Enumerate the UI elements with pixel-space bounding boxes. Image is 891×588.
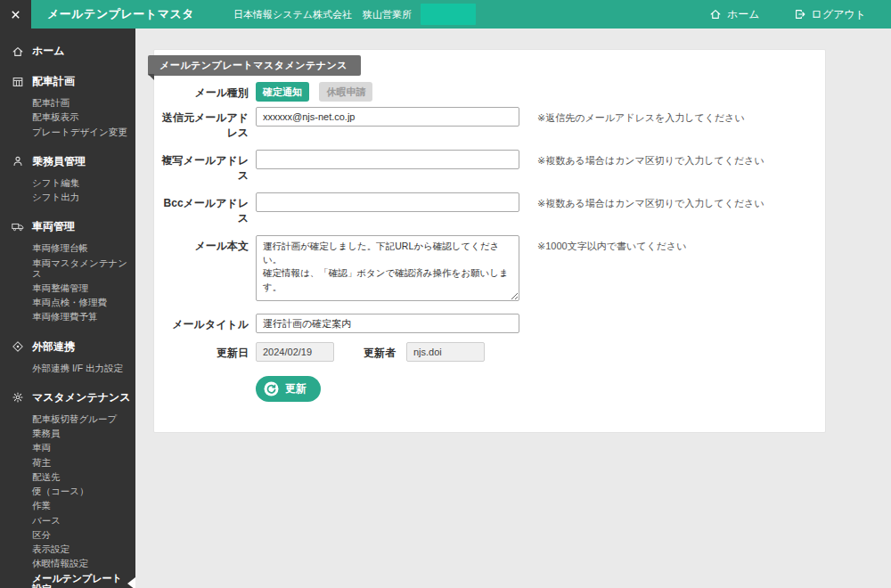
mail-body-row: メール本文 運行計画が確定しました。下記URLから確認してください。 確定情報は…: [154, 235, 825, 305]
logout-icon: [794, 8, 806, 20]
sidebar-item-vehicle[interactable]: 車両: [0, 440, 135, 454]
home-link[interactable]: ホーム: [709, 7, 760, 22]
badge-fold-corner: [148, 74, 154, 80]
mail-body-textarea[interactable]: 運行計画が確定しました。下記URLから確認してください。 確定情報は、「確認」ボ…: [256, 235, 519, 301]
page-title-badge: メールテンプレートマスタメンテナンス: [148, 55, 361, 76]
mail-body-label: メール本文: [154, 235, 249, 254]
sidebar-item-dispatch-plan[interactable]: 配車計画: [0, 95, 135, 110]
cc-address-row: 複写メールアドレス ※複数ある場合はカンマ区切りで入力してください: [154, 150, 825, 184]
updated-date-value: [256, 342, 334, 362]
update-button[interactable]: 更新: [256, 376, 321, 402]
mail-template-card: メールテンプレートマスタメンテナンス メール種別 確定通知 休暇申請 送信元メー…: [153, 49, 826, 433]
main-content: メールテンプレートマスタメンテナンス メール種別 確定通知 休暇申請 送信元メー…: [135, 29, 891, 588]
sidebar-item-vehicle-repair-budget[interactable]: 車両修理費予算: [0, 309, 135, 323]
home-link-label: ホーム: [727, 7, 760, 22]
sidebar-item-label: メールテンプレート設定: [32, 573, 122, 588]
sidebar-section-label: 車両管理: [32, 219, 75, 234]
calendar-icon: [12, 76, 24, 88]
mail-template-form: メール種別 確定通知 休暇申請 送信元メールアドレス ※返信先のメールアドレスを…: [154, 50, 825, 432]
sidebar-section-vehicle-mgmt[interactable]: 車両管理: [0, 219, 135, 234]
sidebar-item-vehicle-repair-ledger[interactable]: 車両修理台帳: [0, 241, 135, 255]
sidebar-section-label: マスタメンテナンス: [32, 390, 131, 405]
sidebar-item-berth[interactable]: バース: [0, 513, 135, 527]
from-address-input[interactable]: [256, 107, 519, 127]
updated-by-value: [406, 342, 485, 362]
sidebar-item-display-settings[interactable]: 表示設定: [0, 542, 135, 556]
refresh-icon: [264, 381, 279, 396]
update-meta-row: 更新日 更新者: [154, 342, 825, 362]
updated-by-label: 更新者: [364, 342, 396, 361]
sidebar-item-dispatch-board-group[interactable]: 配車板切替グループ: [0, 412, 135, 426]
company-name: 日本情報システム株式会社: [233, 8, 352, 21]
sidebar-item-plate-design[interactable]: プレートデザイン変更: [0, 125, 135, 139]
cc-address-input[interactable]: [256, 150, 519, 169]
sidebar-item-vehicle-inspection-cost[interactable]: 車両点検・修理費: [0, 295, 135, 309]
cc-address-label: 複写メールアドレス: [154, 150, 249, 184]
sidebar-item-vehicle-master[interactable]: 車両マスタメンテナンス: [0, 256, 135, 281]
sidebar-item-home[interactable]: ホーム: [0, 44, 135, 59]
logout-link-label: ログアウト: [812, 7, 866, 22]
sidebar-item-category[interactable]: 区分: [0, 527, 135, 542]
app-header: メールテンプレートマスタ 日本情報システム株式会社 狭山営業所 ホーム ログアウ…: [0, 0, 891, 29]
sidebar-section-external-link[interactable]: 外部連携: [0, 339, 135, 355]
submit-row: 更新: [154, 376, 825, 402]
sidebar-item-mail-template-settings[interactable]: メールテンプレート設定: [0, 571, 135, 588]
close-sidebar-button[interactable]: [0, 0, 31, 29]
sidebar-section-label: 外部連携: [32, 339, 75, 355]
mail-type-label: メール種別: [154, 82, 249, 101]
home-icon: [12, 45, 24, 58]
bcc-address-note: ※複数ある場合はカンマ区切りで入力してください: [537, 192, 764, 210]
submit-spacer: [154, 376, 249, 380]
mail-type-vacation-button[interactable]: 休暇申請: [319, 82, 372, 102]
sidebar-item-work[interactable]: 作業: [0, 498, 135, 512]
cc-address-note: ※複数ある場合はカンマ区切りで入力してください: [537, 150, 764, 167]
mail-type-row: メール種別 確定通知 休暇申請: [154, 82, 825, 102]
mail-body-note: ※1000文字以内で書いてください: [537, 235, 687, 253]
sidebar-section-label: 配車計画: [32, 74, 75, 89]
bcc-address-label: Bccメールアドレス: [154, 192, 249, 226]
from-address-note: ※返信先のメールアドレスを入力してください: [537, 107, 745, 125]
sidebar-item-label: ホーム: [32, 44, 65, 59]
logout-link[interactable]: ログアウト: [794, 7, 866, 22]
sidebar-item-shipper[interactable]: 荷主: [0, 455, 135, 470]
sidebar-nav: ホーム 配車計画 配車計画 配車板表示 プレートデザイン変更 乗務員管理 シフト…: [0, 29, 135, 588]
update-button-label: 更新: [285, 381, 307, 396]
sidebar-section-label: 乗務員管理: [32, 154, 86, 169]
from-address-row: 送信元メールアドレス ※返信先のメールアドレスを入力してください: [154, 107, 825, 141]
sidebar-item-vacation-settings[interactable]: 休暇情報設定: [0, 556, 135, 570]
sidebar-item-shift-output[interactable]: シフト出力: [0, 190, 135, 204]
selected-item-arrow: [127, 577, 135, 588]
bcc-address-row: Bccメールアドレス ※複数ある場合はカンマ区切りで入力してください: [154, 192, 825, 226]
person-icon: [12, 155, 24, 167]
mail-title-input[interactable]: [256, 314, 519, 333]
mail-title-row: メールタイトル: [154, 314, 825, 333]
from-address-label: 送信元メールアドレス: [154, 107, 249, 141]
updated-date-label: 更新日: [154, 342, 249, 361]
home-icon: [709, 8, 722, 20]
app-title: メールテンプレートマスタ: [47, 6, 194, 22]
sidebar-item-external-if-output[interactable]: 外部連携 I/F 出力設定: [0, 361, 135, 375]
bcc-address-input[interactable]: [256, 192, 519, 212]
sidebar-item-route-course[interactable]: 便（コース）: [0, 484, 135, 498]
sidebar-item-delivery-destination[interactable]: 配送先: [0, 470, 135, 484]
truck-icon: [12, 221, 24, 233]
mail-title-label: メールタイトル: [154, 314, 249, 332]
sidebar-item-crew[interactable]: 乗務員: [0, 426, 135, 440]
sidebar-section-dispatch-plan[interactable]: 配車計画: [0, 74, 135, 89]
sidebar-item-vehicle-maintenance[interactable]: 車両整備管理: [0, 281, 135, 295]
sidebar-item-shift-edit[interactable]: シフト編集: [0, 176, 135, 190]
mail-type-buttons: 確定通知 休暇申請: [256, 82, 372, 102]
sidebar-section-master-maintenance[interactable]: マスタメンテナンス: [0, 390, 135, 405]
gear-icon: [12, 391, 24, 404]
diamond-target-icon: [12, 340, 24, 353]
mail-type-confirm-button[interactable]: 確定通知: [256, 82, 309, 102]
sidebar-section-crew-mgmt[interactable]: 乗務員管理: [0, 154, 135, 169]
sidebar-item-dispatch-board[interactable]: 配車板表示: [0, 110, 135, 124]
close-icon: [10, 9, 21, 20]
office-name: 狭山営業所: [363, 8, 412, 21]
redacted-user-badge: [421, 4, 476, 25]
